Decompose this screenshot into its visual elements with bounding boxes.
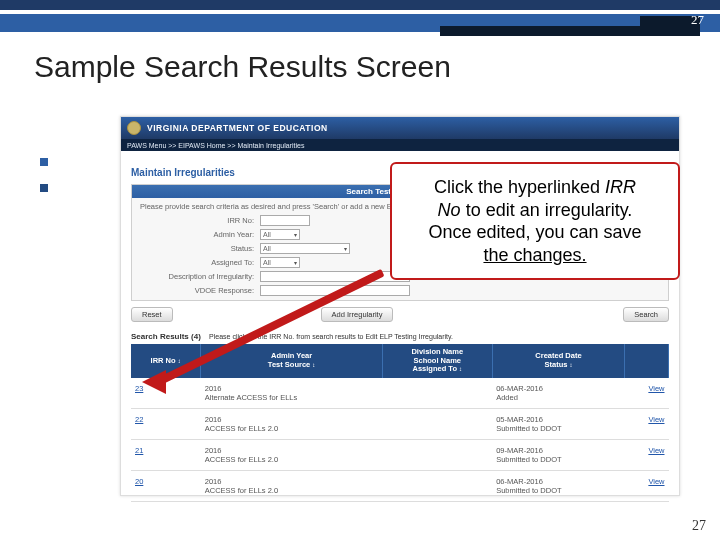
add-irregularity-button[interactable]: Add Irregularity — [321, 307, 394, 322]
col-empty — [625, 344, 669, 378]
results-table: IRR No ↕ Admin YearTest Source ↕ Divisio… — [131, 344, 669, 502]
breadcrumb: PAWS Menu >> EIPAWS Home >> Maintain Irr… — [121, 139, 679, 151]
table-row: 20 2016ACCESS for ELLs 2.0 06-MAR-2016Su… — [131, 470, 669, 501]
view-link[interactable]: View — [625, 439, 669, 470]
sort-icon: ↕ — [312, 362, 315, 368]
decor-bar — [0, 0, 720, 10]
app-header: VIRGINIA DEPARTMENT OF EDUCATION — [121, 117, 679, 139]
irr-no-link[interactable]: 21 — [131, 439, 201, 470]
assigned-to-select[interactable]: All▾ — [260, 257, 300, 268]
admin-year-select[interactable]: All▾ — [260, 229, 300, 240]
table-row: 21 2016ACCESS for ELLs 2.0 09-MAR-2016Su… — [131, 439, 669, 470]
sort-icon: ↕ — [459, 366, 462, 372]
chevron-down-icon: ▾ — [344, 245, 347, 252]
chevron-down-icon: ▾ — [294, 231, 297, 238]
page-number-bottom: 27 — [692, 518, 706, 534]
irr-no-link[interactable]: 22 — [131, 408, 201, 439]
sort-icon: ↕ — [570, 362, 573, 368]
label-irr-no: IRR No: — [140, 216, 260, 225]
square-bullet-icon — [40, 184, 48, 192]
label-description: Description of Irregularity: — [140, 272, 260, 281]
page-number-top: 27 — [691, 12, 704, 28]
app-header-title: VIRGINIA DEPARTMENT OF EDUCATION — [147, 123, 328, 133]
callout: Click the hyperlinked IRR No to edit an … — [390, 162, 680, 280]
button-row: Reset Add Irregularity Search — [131, 307, 669, 322]
label-vdoe-response: VDOE Response: — [140, 286, 260, 295]
results-header: Search Results (4) Please click on the I… — [131, 332, 669, 341]
search-button[interactable]: Search — [623, 307, 669, 322]
square-bullet-icon — [40, 158, 48, 166]
label-admin-year: Admin Year: — [140, 230, 260, 239]
table-row: 23 2016Alternate ACCESS for ELLs 06-MAR-… — [131, 378, 669, 409]
view-link[interactable]: View — [625, 378, 669, 409]
slide-title: Sample Search Results Screen — [34, 50, 451, 84]
label-status: Status: — [140, 244, 260, 253]
irr-no-input[interactable] — [260, 215, 310, 226]
label-assigned-to: Assigned To: — [140, 258, 260, 267]
chevron-down-icon: ▾ — [294, 259, 297, 266]
view-link[interactable]: View — [625, 408, 669, 439]
status-select[interactable]: All▾ — [260, 243, 350, 254]
col-division[interactable]: Division NameSchool NameAssigned To ↕ — [382, 344, 492, 378]
sort-icon: ↕ — [178, 358, 181, 364]
reset-button[interactable]: Reset — [131, 307, 173, 322]
callout-arrowhead-icon — [142, 370, 166, 394]
description-input[interactable] — [260, 271, 410, 282]
view-link[interactable]: View — [625, 470, 669, 501]
irr-no-link[interactable]: 20 — [131, 470, 201, 501]
seal-icon — [127, 121, 141, 135]
table-row: 22 2016ACCESS for ELLs 2.0 05-MAR-2016Su… — [131, 408, 669, 439]
slide: 27 Sample Search Results Screen VIRGINIA… — [0, 0, 720, 540]
col-created[interactable]: Created DateStatus ↕ — [492, 344, 625, 378]
